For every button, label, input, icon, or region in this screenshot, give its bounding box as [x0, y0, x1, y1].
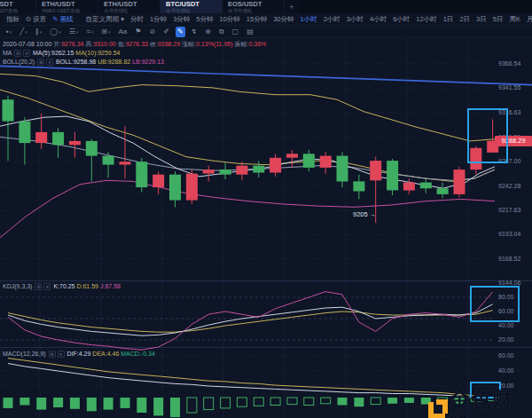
price-axis-label: 9366.54	[498, 60, 520, 67]
shape-tool-icon[interactable]: ◯▾	[48, 27, 62, 37]
jinse-logo-icon	[427, 399, 450, 418]
symbol-tab-eth-usdt[interactable]: ETH/USDTXMEX USDT永续	[36, 0, 98, 13]
settings-gear-icon[interactable]: ⊙	[26, 15, 31, 23]
screenshot-tool-icon[interactable]: ▢	[231, 27, 241, 37]
timeframe-list: 分时1分钟3分钟5分钟10分钟15分钟30分钟1小时2小时3小时4小时6小时12…	[124, 15, 532, 24]
timeframe-月K[interactable]: 月K	[527, 15, 532, 24]
wave-tool-icon[interactable]: ≈▾	[84, 27, 95, 37]
kdj-k-value: K:70.25	[53, 283, 74, 289]
macd-legend: MACD(12,26,9) ⚙✕ DIF:4.29 DEA:4.46 MACD:…	[3, 351, 155, 358]
macd-close-button[interactable]: ✕	[58, 351, 65, 358]
timeframe-3小时[interactable]: 3小时	[347, 15, 364, 24]
ma-close-button[interactable]: ✕	[23, 50, 30, 57]
macd-axis-label: 40.00	[498, 367, 514, 374]
kdj-axis-label: 20.00	[498, 336, 514, 343]
macd-settings-button[interactable]: ⚙	[49, 351, 56, 358]
timeframe-30分钟[interactable]: 30分钟	[273, 15, 293, 24]
close-label: 收:	[150, 41, 158, 47]
kdj-close-button[interactable]: ✕	[43, 283, 51, 290]
drawing-toolbar: ▪▾╱▾∥▾◯▾☰▾≈▾⊞▾Aa⚑⊘✐✎↯⊕⧉▢▤	[0, 26, 532, 38]
parallel-lines-tool-icon[interactable]: ∥▾	[34, 27, 44, 37]
delete-drawing-tool-icon[interactable]: ▤	[245, 27, 255, 37]
timeframe-1分钟[interactable]: 1分钟	[150, 15, 167, 24]
chart-area[interactable]: 2020-07-08 10:00 开:9276.34 高:9310.00 低:9…	[0, 38, 532, 418]
ma10-value: MA(10):9259.54	[75, 50, 120, 56]
ohlc-readout: 2020-07-08 10:00 开:9276.34 高:9310.00 低:9…	[3, 40, 266, 49]
high-value: 9310.00	[93, 41, 115, 47]
draw-line-button[interactable]: 画线	[60, 15, 74, 24]
text-tool-icon[interactable]: Aa	[117, 27, 129, 37]
add-symbol-button[interactable]: +	[285, 0, 299, 13]
timeframe-分时[interactable]: 分时	[130, 15, 144, 24]
continue-draw-tool-icon[interactable]: ↯	[190, 27, 200, 37]
custom-period-dropdown[interactable]: 自定义周期 ▾	[86, 15, 124, 24]
price-axis-label: 9193.04	[498, 231, 520, 237]
boll-legend: BOLL(20,2) ⚙✕ BOLL:9258.98 UB:9288.82 LB…	[3, 59, 164, 66]
copy-drawing-tool-icon[interactable]: ⧉	[217, 27, 226, 37]
chart-canvas	[0, 38, 532, 418]
boll-mid-value: BOLL:9258.98	[56, 59, 96, 65]
amplitude-label: 振幅:	[235, 41, 249, 47]
timeframe-5分钟[interactable]: 5分钟	[196, 15, 213, 24]
timeframe-5日[interactable]: 5日	[493, 15, 504, 24]
timeframe-周K[interactable]: 周K	[509, 15, 520, 24]
symbol-tab-eth-usdt[interactable]: ETH/USDT火币全球站	[98, 0, 160, 13]
timeframe-4小时[interactable]: 4小时	[370, 15, 387, 24]
timeframe-10分钟[interactable]: 10分钟	[219, 15, 239, 24]
ma-settings-button[interactable]: ⚙	[14, 50, 21, 57]
point-tool-icon[interactable]: ▪▾	[4, 27, 13, 37]
boll-close-button[interactable]: ✕	[46, 59, 53, 66]
change-value: 0.13%(11.95)	[196, 41, 233, 47]
macd-legend-name: MACD(12,26,9)	[3, 351, 46, 357]
trading-app: ETH/USDTXMEX USDT永续ETH/USDTXMEX USDT永续ET…	[0, 0, 532, 418]
pin-tool-icon[interactable]: ✐	[161, 27, 171, 37]
watermark: 金色财经	[427, 388, 532, 418]
macd-value: MACD:-0.34	[121, 351, 155, 357]
candle-datetime: 2020-07-08 10:00	[3, 41, 51, 47]
ma5-value: MA(5):9262.15	[33, 50, 74, 56]
horizontal-lines-tool-icon[interactable]: ☰▾	[67, 27, 81, 37]
symbol-tab-eos-usdt[interactable]: EOS/USDT火币全球站	[223, 0, 285, 13]
timeframe-1小时[interactable]: 1小时	[301, 15, 317, 24]
timeframe-3日[interactable]: 3日	[476, 15, 487, 24]
timeframe-1日[interactable]: 1日	[443, 15, 454, 24]
magnet-tool-icon[interactable]: ⊕	[203, 27, 213, 37]
draw-pencil-icon[interactable]: ✎	[52, 15, 58, 23]
macd-dif-value: DIF:4.29	[67, 351, 91, 357]
symbol-tab-eth-usdt[interactable]: ETH/USDTXMEX USDT永续	[0, 0, 36, 13]
amplitude-value: 0.36%	[248, 41, 266, 47]
timeframe-12小时[interactable]: 12小时	[416, 15, 436, 24]
timeframe-3分钟[interactable]: 3分钟	[173, 15, 190, 24]
settings-button[interactable]: 设置	[33, 15, 46, 24]
watermark-text: 金色财经	[450, 388, 532, 418]
open-label: 开:	[53, 41, 61, 47]
kdj-j-value: J:87.58	[100, 283, 121, 289]
trendline-tool-icon[interactable]: ╱▾	[18, 27, 28, 37]
open-value: 9276.34	[61, 41, 83, 47]
highlight-box-main	[467, 108, 508, 163]
grid-tool-icon[interactable]: ⊞▾	[99, 27, 112, 37]
price-axis-label: 9144.06	[498, 280, 520, 286]
timeframe-2日[interactable]: 2日	[459, 15, 470, 24]
timeframe-6小时[interactable]: 6小时	[393, 15, 410, 24]
macd-axis-label: 60.00	[498, 352, 514, 359]
tab-title: BTC/USDT	[166, 1, 218, 8]
chart-toolbar: 指标 ⊙ 设置 ✎ 画线 自定义周期 ▾ 分时1分钟3分钟5分钟10分钟15分钟…	[0, 13, 532, 26]
symbol-tab-btc-usdt[interactable]: BTC/USDT火币全球站	[160, 0, 223, 13]
indicator-button[interactable]: 指标	[6, 15, 20, 24]
timeframe-2小时[interactable]: 2小时	[324, 15, 340, 24]
boll-settings-button[interactable]: ⚙	[37, 59, 44, 66]
tab-title: EOS/USDT	[228, 1, 280, 8]
boll-ub-value: UB:9288.82	[98, 59, 130, 65]
timeframe-15分钟[interactable]: 15分钟	[246, 15, 267, 24]
eraser-tool-icon[interactable]: ⊘	[147, 27, 157, 37]
pencil-tool-icon[interactable]: ✎	[176, 27, 185, 37]
price-axis-label: 9168.52	[498, 256, 520, 262]
change-label: 涨幅:	[182, 41, 196, 47]
kdj-settings-button[interactable]: ⚙	[35, 283, 42, 290]
tab-title: ETH/USDT	[42, 1, 94, 8]
ma-legend-name: MA	[3, 50, 12, 56]
price-axis-label: 9341.55	[498, 84, 520, 91]
low-value: 9276.33	[126, 41, 148, 47]
flag-tool-icon[interactable]: ⚑	[133, 27, 143, 37]
